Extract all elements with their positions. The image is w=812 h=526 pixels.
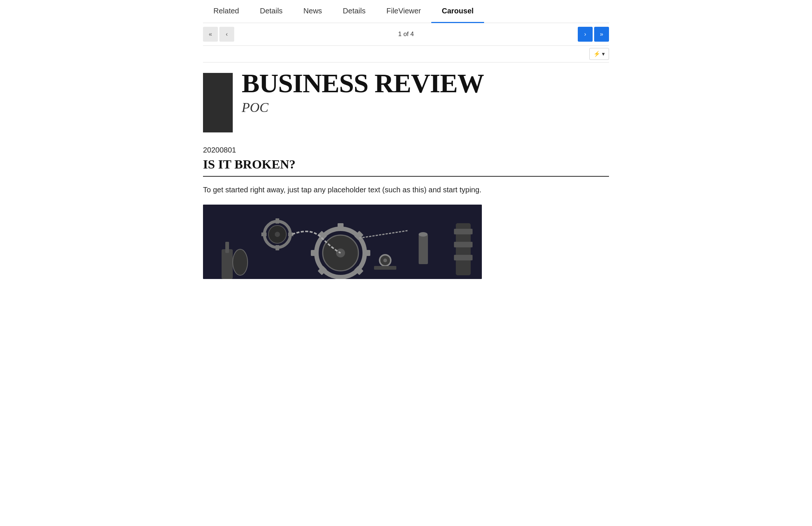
svg-rect-30 — [454, 255, 473, 260]
article-divider — [203, 176, 609, 177]
article-section: 20200801 IS IT BROKEN? To get started ri… — [203, 146, 609, 279]
content-area: BUSINESS REVIEW POC 20200801 IS IT BROKE… — [203, 62, 609, 286]
prev-page-button[interactable]: ‹ — [219, 27, 234, 42]
action-bar: ⚡ ▾ — [203, 46, 609, 62]
article-image — [203, 205, 482, 279]
svg-point-21 — [233, 249, 248, 275]
svg-rect-29 — [454, 242, 473, 247]
svg-rect-28 — [454, 229, 473, 234]
svg-point-25 — [383, 259, 387, 262]
tab-news[interactable]: News — [293, 0, 332, 23]
tab-bar: Related Details News Details FileViewer … — [203, 0, 609, 23]
publication-title-block: BUSINESS REVIEW POC — [242, 70, 609, 115]
dropdown-icon: ▾ — [602, 51, 605, 57]
page-info: 1 of 4 — [398, 31, 414, 38]
next-page-button[interactable]: › — [578, 27, 593, 42]
svg-point-14 — [275, 232, 280, 237]
svg-rect-20 — [225, 242, 229, 253]
nav-right-buttons: › » — [578, 27, 609, 42]
last-page-button[interactable]: » — [594, 27, 609, 42]
svg-rect-26 — [374, 266, 396, 270]
action-button[interactable]: ⚡ ▾ — [589, 48, 609, 60]
machinery-svg — [203, 205, 482, 279]
svg-point-23 — [419, 232, 428, 237]
svg-rect-15 — [276, 218, 279, 224]
svg-rect-22 — [419, 234, 428, 264]
article-body: To get started right away, just tap any … — [203, 184, 609, 196]
publication-title: BUSINESS REVIEW — [242, 70, 609, 97]
publication-header: BUSINESS REVIEW POC — [203, 70, 609, 132]
publication-logo — [203, 73, 233, 132]
article-headline: IS IT BROKEN? — [203, 157, 609, 171]
svg-rect-4 — [338, 223, 344, 231]
svg-rect-18 — [261, 232, 267, 236]
nav-left-buttons: « ‹ — [203, 27, 234, 42]
tab-carousel[interactable]: Carousel — [431, 0, 484, 23]
tab-fileviewer[interactable]: FileViewer — [376, 0, 431, 23]
article-date: 20200801 — [203, 146, 609, 154]
tab-details2[interactable]: Details — [332, 0, 376, 23]
nav-bar: « ‹ 1 of 4 › » — [203, 23, 609, 46]
publication-subtitle: POC — [242, 100, 609, 115]
svg-rect-16 — [276, 245, 279, 250]
first-page-button[interactable]: « — [203, 27, 218, 42]
svg-rect-7 — [311, 250, 318, 256]
lightning-icon: ⚡ — [593, 51, 600, 57]
svg-rect-19 — [222, 249, 233, 279]
svg-rect-6 — [363, 250, 370, 256]
tab-related[interactable]: Related — [203, 0, 249, 23]
svg-rect-5 — [338, 275, 344, 279]
tab-details1[interactable]: Details — [249, 0, 293, 23]
